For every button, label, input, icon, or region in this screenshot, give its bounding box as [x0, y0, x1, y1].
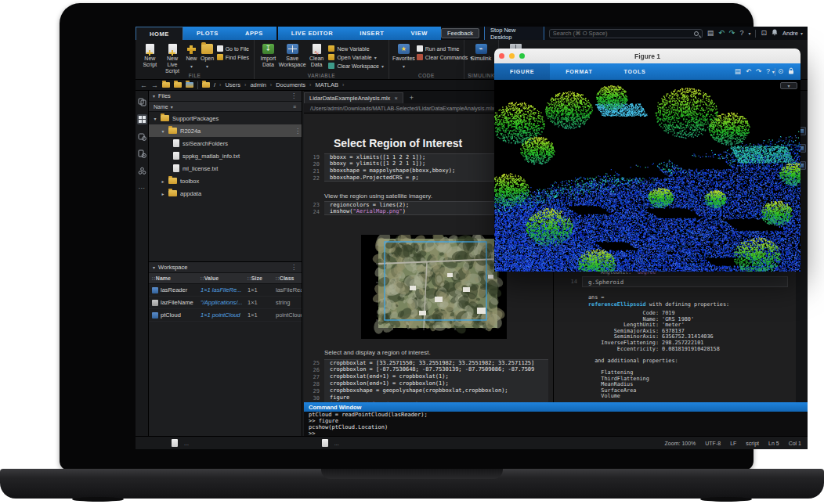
point-cloud-plot[interactable]: [494, 80, 801, 272]
favorites-button[interactable]: Favorites▾: [392, 42, 415, 69]
clean-data-button[interactable]: Clean Data: [306, 42, 327, 68]
breadcrumb-users[interactable]: Users: [225, 81, 240, 88]
tree-item-ssisearchfolders[interactable]: ssiSearchFolders: [149, 137, 302, 149]
editor-tab-lidardataexampleanalysis[interactable]: LidarDataExampleAnalysis.mlx ×: [304, 92, 403, 103]
up-folder-icon[interactable]: [174, 82, 182, 88]
group-by-icon[interactable]: ≡: [293, 104, 297, 110]
collapsed-caret-icon[interactable]: ▸: [161, 191, 165, 196]
go-to-file-button[interactable]: Go to File: [217, 45, 249, 52]
redo-icon[interactable]: ↷: [756, 68, 761, 75]
minimized-panel-icon[interactable]: [322, 439, 328, 447]
minimized-panel-icon[interactable]: [172, 439, 178, 447]
workspace-panel-header[interactable]: ▾ Workspace ⋮: [149, 262, 302, 273]
collapse-caret-icon[interactable]: ▾: [153, 93, 155, 99]
new-tab-icon[interactable]: +: [403, 92, 420, 103]
figure-title-bar[interactable]: Figure 1: [494, 49, 801, 63]
more-panels-icon[interactable]: ⋯: [137, 183, 147, 193]
undo-icon[interactable]: ↶: [718, 30, 725, 37]
command-window-header[interactable]: Command Window: [304, 402, 808, 412]
workspace-row-ptcloud[interactable]: ptCloud 1×1 pointCloud 1×1 pointCloud: [149, 309, 302, 322]
new-icon: [186, 44, 197, 54]
tab-apps[interactable]: APPS: [232, 27, 276, 40]
simulink-button[interactable]: Simulink: [468, 42, 494, 62]
tree-item-sppkg-matlab-info[interactable]: sppkg_matlab_info.txt: [149, 149, 302, 162]
back-arrow-icon[interactable]: ←: [140, 81, 147, 89]
figure-tab-tools[interactable]: TOOLS: [608, 63, 661, 80]
collapsed-caret-icon[interactable]: ▸: [161, 178, 165, 184]
find-files-button[interactable]: Find Files: [217, 54, 249, 60]
command-window[interactable]: Command Window ptCloud = readPointCloud(…: [304, 402, 808, 436]
tree-item-appdata[interactable]: ▸appdata: [149, 187, 302, 200]
notifications-bell-icon[interactable]: [772, 29, 778, 38]
new-variable-button[interactable]: New Variable: [328, 45, 384, 52]
zoom-level[interactable]: Zoom: 100%: [665, 441, 696, 446]
tree-item-toolbox[interactable]: ▸toolbox: [149, 175, 302, 187]
open-files-icon[interactable]: [137, 97, 147, 107]
new-folder-icon[interactable]: [162, 82, 170, 88]
desktop-share-icon[interactable]: ⊡: [761, 30, 767, 37]
expanded-caret-icon[interactable]: ▾: [153, 116, 157, 121]
forward-arrow-icon[interactable]: →: [151, 81, 158, 89]
undo-icon[interactable]: ↶: [746, 68, 751, 75]
dock-icon[interactable]: ⊙: [778, 68, 783, 75]
workspace-row-lasreader[interactable]: lasReader 1×1 lasFileRe... 1×1 lasFileRe…: [149, 284, 302, 297]
files-menu-icon[interactable]: ⋮: [291, 92, 298, 99]
browse-folder-icon[interactable]: [186, 82, 193, 88]
workspace-row-lazfilename[interactable]: lazFileName "/Applications/... 1×1 strin…: [149, 297, 302, 309]
workspace-menu-icon[interactable]: ⋮: [291, 264, 298, 271]
help-caret-icon[interactable]: ▾: [748, 31, 750, 36]
save-workspace-button[interactable]: Save Workspace: [279, 42, 306, 68]
axes-dropdown[interactable]: ▾: [780, 82, 797, 89]
collapse-caret-icon[interactable]: ▾: [153, 265, 155, 270]
breadcrumb-admin[interactable]: admin: [250, 81, 266, 88]
eol-indicator[interactable]: LF: [730, 441, 736, 446]
files-column-header[interactable]: Name ▾ ≡: [149, 102, 302, 112]
expanded-caret-icon[interactable]: ▾: [161, 128, 165, 134]
recent-files-icon[interactable]: [137, 149, 147, 159]
figure-window[interactable]: Figure 1 FIGURE FORMAT TOOLS ▤ ↶ ↷ ? ▾ ⊙: [494, 49, 801, 272]
search-input[interactable]: [549, 29, 703, 38]
code-line-gspheroid[interactable]: g.Spheroid: [582, 276, 788, 287]
lock-icon[interactable]: [788, 67, 794, 76]
files-panel-header[interactable]: ▾ Files ⋮: [149, 91, 302, 102]
tab-home[interactable]: HOME: [136, 27, 183, 40]
import-data-button[interactable]: Import Data: [258, 42, 279, 68]
breadcrumb-root[interactable]: /: [214, 81, 215, 88]
addons-icon[interactable]: [137, 166, 147, 176]
encoding-indicator[interactable]: UTF-8: [705, 441, 721, 446]
tree-item-supportpackages[interactable]: ▾SupportPackages: [149, 112, 302, 124]
clear-workspace-button[interactable]: Clear Workspace▾: [328, 63, 384, 69]
feedback-button[interactable]: Feedback: [441, 28, 479, 38]
account-menu[interactable]: Andre▾: [782, 30, 803, 37]
tree-item-r2024a[interactable]: ▾R2024a ⋮: [149, 124, 302, 137]
filetype-indicator[interactable]: script: [746, 441, 759, 446]
row-menu-icon[interactable]: ⋮: [295, 128, 302, 135]
save-icon[interactable]: ▤: [707, 30, 714, 37]
workspace-column-header[interactable]: ∷Name ∷Value ∷Size ∷Class: [149, 273, 302, 284]
help-icon[interactable]: ?: [766, 68, 770, 75]
tab-plots[interactable]: PLOTS: [183, 27, 232, 40]
open-variable-button[interactable]: Open Variable▾: [328, 54, 384, 60]
new-live-script-button[interactable]: New Live Script: [161, 42, 184, 74]
help-icon[interactable]: ?: [739, 30, 743, 37]
figure-tab-figure[interactable]: FIGURE: [494, 63, 550, 80]
tab-live-editor[interactable]: LIVE EDITOR: [278, 27, 347, 40]
tree-item-ml-license[interactable]: ml_license.txt: [149, 162, 302, 175]
new-button[interactable]: New▾: [183, 42, 199, 69]
aerial-map-figure-output[interactable]: [361, 235, 507, 339]
search-field[interactable]: [553, 30, 691, 37]
breadcrumb-documents[interactable]: Documents: [276, 81, 305, 88]
new-script-button[interactable]: New Script: [139, 42, 161, 68]
open-button[interactable]: Open▾: [199, 42, 215, 69]
tab-insert[interactable]: INSERT: [346, 27, 397, 40]
panel-grid-icon[interactable]: [137, 114, 147, 124]
code-block-3[interactable]: 25cropbboxlat = [33.2571550; 33.2551982;…: [310, 359, 548, 409]
projects-icon[interactable]: [137, 131, 147, 142]
figure-axes-area[interactable]: ▾: [494, 80, 801, 272]
tab-view[interactable]: VIEW: [397, 27, 441, 40]
figure-tab-format[interactable]: FORMAT: [550, 63, 608, 80]
redo-icon[interactable]: ↷: [729, 30, 735, 37]
save-icon[interactable]: ▤: [735, 68, 741, 75]
close-icon[interactable]: ×: [394, 95, 397, 102]
breadcrumb-matlab[interactable]: MATLAB: [315, 81, 338, 88]
